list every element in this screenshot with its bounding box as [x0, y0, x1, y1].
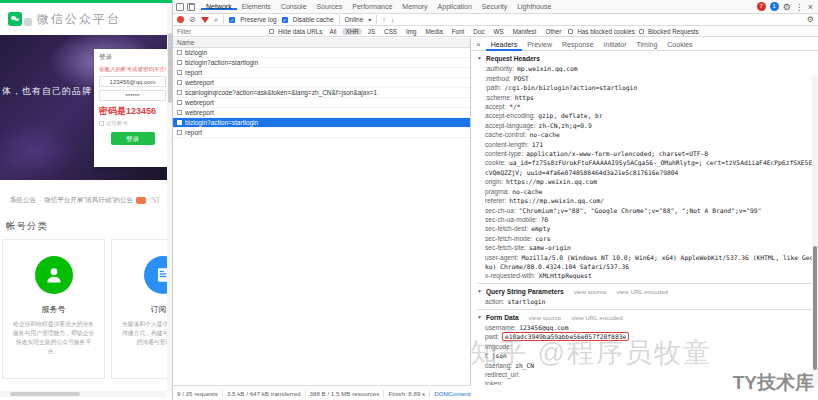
- devtools-tab[interactable]: Security: [477, 3, 512, 10]
- resource-filter-pill[interactable]: Media: [423, 28, 446, 35]
- header-name: cookie: [485, 159, 506, 166]
- resource-filter-pill[interactable]: WS: [491, 28, 507, 35]
- horizontal-scrollbar-thumb[interactable]: [10, 392, 80, 396]
- close-devtools-icon[interactable]: ×: [808, 2, 813, 12]
- view-source-link[interactable]: view source: [529, 313, 562, 322]
- request-doc-icon: [177, 90, 182, 95]
- throttling-select[interactable]: Online: [345, 16, 364, 23]
- blocked-requests-checkbox[interactable]: [639, 29, 644, 34]
- network-request-row[interactable]: webreport: [173, 98, 470, 108]
- resource-filter-pill[interactable]: CSS: [381, 28, 400, 35]
- devtools-tab[interactable]: Console: [276, 3, 312, 10]
- password-field[interactable]: [99, 90, 166, 101]
- inspect-element-icon[interactable]: [176, 3, 184, 11]
- header-value: POST: [514, 75, 529, 82]
- issues-count-badge[interactable]: 1: [770, 2, 779, 11]
- horizontal-scrollbar[interactable]: [0, 391, 166, 397]
- resource-filter-pill[interactable]: Manifest: [510, 28, 540, 35]
- form-field-name: token: [485, 380, 503, 385]
- devtools-tab[interactable]: Elements: [237, 3, 276, 10]
- network-request-row[interactable]: report: [173, 128, 470, 138]
- error-count-badge[interactable]: 7: [757, 2, 766, 11]
- devtools-tab[interactable]: Lighthouse: [512, 3, 556, 10]
- network-settings-gear-icon[interactable]: ⚙: [807, 15, 814, 24]
- network-filterbar: Hide data URLs AllXHRJSCSSImgMediaFontDo…: [173, 26, 818, 37]
- header-value: https://mp.weixin.qq.com: [506, 178, 597, 185]
- view-url-encoded-link[interactable]: view URL encoded: [571, 313, 623, 322]
- request-doc-icon: [177, 130, 182, 135]
- hide-data-urls-checkbox[interactable]: [269, 29, 274, 34]
- resource-filter-pill[interactable]: Doc: [470, 28, 487, 35]
- service-account-card[interactable]: 服务号 给企业和组织提供更强大的业务服务与用户管理能力，帮助企业快速实现全新的公…: [2, 239, 105, 379]
- devtools-tab[interactable]: Application: [433, 3, 477, 10]
- detail-tab[interactable]: Headers: [486, 38, 522, 51]
- request-headers-title: Request Headers: [486, 54, 540, 63]
- network-request-row[interactable]: report: [173, 68, 470, 78]
- detail-tab[interactable]: Response: [557, 38, 599, 51]
- record-icon[interactable]: [177, 16, 184, 23]
- email-field[interactable]: [99, 76, 166, 87]
- resource-filter-pill[interactable]: XHR: [342, 28, 361, 35]
- hide-data-urls-label: Hide data URLs: [278, 28, 322, 35]
- network-request-row[interactable]: bizlogin?action=startlogin: [173, 118, 470, 128]
- detail-scrollbar-thumb[interactable]: [813, 246, 817, 370]
- settings-gear-icon[interactable]: ⚙: [783, 2, 791, 12]
- remember-account-row[interactable]: 记住帐号: [99, 120, 166, 127]
- resource-filter-pill[interactable]: Font: [449, 28, 468, 35]
- detail-tab[interactable]: Initiator: [599, 38, 632, 51]
- disable-cache-checkbox[interactable]: ✓: [282, 17, 288, 23]
- resource-filter-pill[interactable]: Other: [543, 28, 565, 35]
- query-string-section-header[interactable]: ▼ Query String Parameters view source vi…: [477, 286, 814, 297]
- has-blocked-cookies-checkbox[interactable]: [568, 29, 573, 34]
- devtools-tab[interactable]: Network: [201, 3, 237, 10]
- search-icon[interactable]: ⌕: [214, 15, 218, 25]
- preserve-log-label: Preserve log: [240, 16, 277, 23]
- network-request-row[interactable]: bizlogin?action=startlogin: [173, 58, 470, 68]
- devtools-tab[interactable]: Memory: [397, 3, 432, 10]
- request-name: report: [185, 69, 202, 76]
- close-detail-icon[interactable]: ×: [473, 40, 484, 49]
- devtools-tab[interactable]: Performance: [347, 3, 397, 10]
- detail-scrollbar[interactable]: [812, 76, 818, 385]
- header-value: https: [515, 94, 534, 101]
- mini-lock-icon: [24, 18, 32, 26]
- device-toolbar-icon[interactable]: [187, 3, 195, 11]
- resource-filter-pill[interactable]: JS: [365, 28, 378, 35]
- section-divider: [477, 283, 814, 284]
- subscription-account-card[interactable]: 订阅号 为媒体和个人提供一种新的信息传播方式，构建与读者之间更好的沟通与管理模式…: [111, 239, 172, 379]
- detail-tab[interactable]: Preview: [522, 38, 557, 51]
- filter-input[interactable]: [177, 27, 265, 35]
- form-field-value: e10adc3949ba59abbe56e057f20f883e: [502, 332, 629, 341]
- network-request-row[interactable]: scanloginqrcode?action=ask&token=&lang=z…: [173, 88, 470, 98]
- resource-filter-pill[interactable]: Img: [403, 28, 420, 35]
- detail-tab[interactable]: Cookies: [662, 38, 697, 51]
- filter-funnel-icon[interactable]: [201, 17, 209, 23]
- header-value: empty: [531, 225, 550, 232]
- view-source-link[interactable]: view source: [574, 287, 607, 296]
- announcement-link[interactable]: 微信平台开展“清风行动”的公告: [44, 196, 133, 205]
- header-row: accept-encodinggzip, deflate, br: [477, 111, 814, 120]
- form-data-section-header[interactable]: ▼ Form Data view source view URL encoded: [477, 312, 814, 323]
- network-request-row[interactable]: bizlogin: [173, 48, 470, 58]
- login-button[interactable]: 登录: [111, 132, 155, 145]
- view-url-encoded-link[interactable]: view URL encoded: [616, 287, 668, 296]
- export-har-icon[interactable]: ↓: [391, 16, 395, 23]
- form-data-row: username123456@qq.com: [477, 323, 814, 332]
- remember-checkbox[interactable]: [99, 121, 104, 126]
- devtools-tab[interactable]: Sources: [312, 3, 348, 10]
- name-column-header[interactable]: Name: [173, 38, 470, 48]
- detail-tab[interactable]: Timing: [632, 38, 663, 51]
- clear-icon[interactable]: ⊘: [189, 15, 196, 24]
- network-request-row[interactable]: webreport: [173, 78, 470, 88]
- kebab-menu-icon[interactable]: ⋮: [795, 2, 804, 12]
- request-doc-icon: [177, 100, 182, 105]
- preserve-log-checkbox[interactable]: ✓: [229, 17, 235, 23]
- network-request-row[interactable]: webreport: [173, 108, 470, 118]
- import-har-icon[interactable]: ↑: [382, 16, 386, 23]
- resource-filter-pill[interactable]: All: [326, 28, 339, 35]
- header-row: user-agentMozilla/5.0 (Windows NT 10.0; …: [477, 253, 814, 272]
- header-name: sec-fetch-site: [485, 244, 526, 251]
- page-scrollbar-thumb[interactable]: [168, 33, 172, 103]
- request-headers-section-header[interactable]: ▼ Request Headers: [477, 53, 814, 64]
- header-value: application/x-www-form-urlencoded; chars…: [526, 150, 708, 157]
